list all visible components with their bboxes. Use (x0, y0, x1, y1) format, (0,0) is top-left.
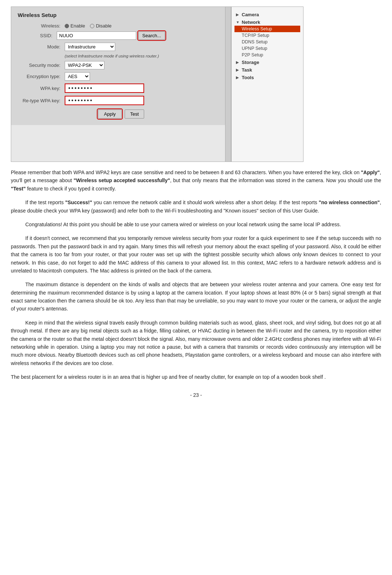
nav-panel: ▶ Camera ▼ Network Wireless Setup TCP/IP… (231, 7, 303, 162)
paragraph-5: The maximum distance is dependent on the… (11, 280, 381, 313)
encryption-label: Encryption type: (18, 74, 65, 79)
mode-select-row: Infrastructure (65, 43, 115, 51)
scrollbar[interactable] (225, 7, 231, 162)
nav-network-label: Network (242, 20, 260, 25)
storage-arrow-icon: ▶ (236, 60, 240, 64)
wpa-key-row: WPA key: •••••••• (18, 83, 224, 93)
mode-select[interactable]: Infrastructure (65, 43, 115, 51)
apply-button[interactable]: Apply (98, 110, 122, 119)
disable-radio-dot (90, 24, 94, 28)
encryption-select[interactable]: AES (65, 72, 90, 81)
tools-arrow-icon: ▶ (236, 76, 240, 80)
nav-upnp-label: UPNP Setup (242, 46, 267, 51)
panel-title: Wireless Setup (18, 12, 224, 18)
nav-tools-label: Tools (242, 75, 254, 80)
nav-item-tcpip[interactable]: TCP/IP Setup (234, 32, 300, 39)
page-number: - 23 - (11, 392, 381, 398)
wireless-row: Wireless: Enable Disable (18, 23, 224, 29)
nav-task-label: Task (242, 67, 252, 73)
paragraph-7: The best placement for a wireless router… (11, 373, 381, 381)
wpa-key-dots: •••••••• (68, 85, 93, 91)
wpa-key-input-wrapper[interactable]: •••••••• (65, 83, 144, 93)
ssid-input[interactable] (57, 31, 136, 40)
body-text: Please remember that both WPA and WPA2 k… (11, 168, 381, 381)
paragraph-2: If the test reports "Success!" you can r… (11, 198, 381, 215)
disable-label: Disable (96, 23, 111, 29)
retype-wpa-key-row: Re-type WPA key: •••••••• (18, 96, 224, 105)
retype-label: Re-type WPA key: (18, 98, 65, 103)
retype-key-input-wrapper[interactable]: •••••••• (65, 96, 144, 105)
nav-group-storage[interactable]: ▶ Storage (234, 58, 300, 66)
paragraph-6: Keep in mind that the wireless signal tr… (11, 319, 381, 367)
wireless-radio-group: Enable Disable (65, 23, 112, 29)
mode-note: (select Infrastructure mode if using wir… (65, 54, 224, 58)
test-button[interactable]: Test (125, 110, 144, 119)
security-label: Security mode: (18, 63, 65, 68)
nav-tcpip-label: TCP/IP Setup (242, 33, 269, 38)
encryption-row: Encryption type: AES (18, 72, 224, 81)
camera-arrow-icon: ▶ (236, 13, 240, 17)
nav-group-camera[interactable]: ▶ Camera (234, 10, 300, 18)
mode-row: Mode: Infrastructure (18, 43, 224, 51)
task-arrow-icon: ▶ (236, 68, 240, 72)
retype-key-dots: •••••••• (68, 97, 93, 103)
ssid-input-row: Search... (57, 31, 224, 40)
nav-group-tools[interactable]: ▶ Tools (234, 73, 300, 81)
enable-radio[interactable]: Enable (65, 23, 85, 29)
ssid-row: SSID: Search... (18, 31, 224, 40)
nav-ddns-label: DDNS Setup (242, 39, 268, 44)
wireless-setup-panel: Wireless Setup Wireless: Enable Disable (11, 7, 231, 162)
ssid-label: SSID: (18, 33, 57, 38)
nav-storage-label: Storage (242, 60, 259, 65)
security-select[interactable]: WPA2-PSK (65, 61, 104, 69)
button-row: Apply Test (18, 110, 224, 119)
enable-label: Enable (70, 23, 85, 29)
paragraph-1: Please remember that both WPA and WPA2 k… (11, 168, 381, 193)
paragraph-3: Congratulations! At this point you shoul… (11, 220, 381, 228)
security-row: Security mode: WPA2-PSK (18, 61, 224, 69)
disable-radio[interactable]: Disable (90, 23, 111, 29)
enable-radio-dot (65, 24, 69, 28)
network-arrow-icon: ▼ (236, 20, 240, 24)
search-button[interactable]: Search... (138, 31, 165, 40)
paragraph-4: If it doesn't connect, we recommend that… (11, 234, 381, 275)
wireless-label: Wireless: (18, 23, 65, 29)
nav-camera-label: Camera (242, 12, 259, 17)
wpa-key-label: WPA key: (18, 86, 65, 91)
nav-item-wireless-setup[interactable]: Wireless Setup (234, 26, 300, 32)
nav-item-upnp[interactable]: UPNP Setup (234, 45, 300, 52)
nav-wireless-setup-label: Wireless Setup (242, 26, 272, 31)
nav-p2p-label: P2P Setup (242, 52, 263, 57)
nav-item-ddns[interactable]: DDNS Setup (234, 39, 300, 45)
nav-group-network[interactable]: ▼ Network (234, 18, 300, 26)
nav-item-p2p[interactable]: P2P Setup (234, 52, 300, 58)
nav-group-task[interactable]: ▶ Task (234, 66, 300, 73)
mode-label: Mode: (18, 44, 65, 50)
